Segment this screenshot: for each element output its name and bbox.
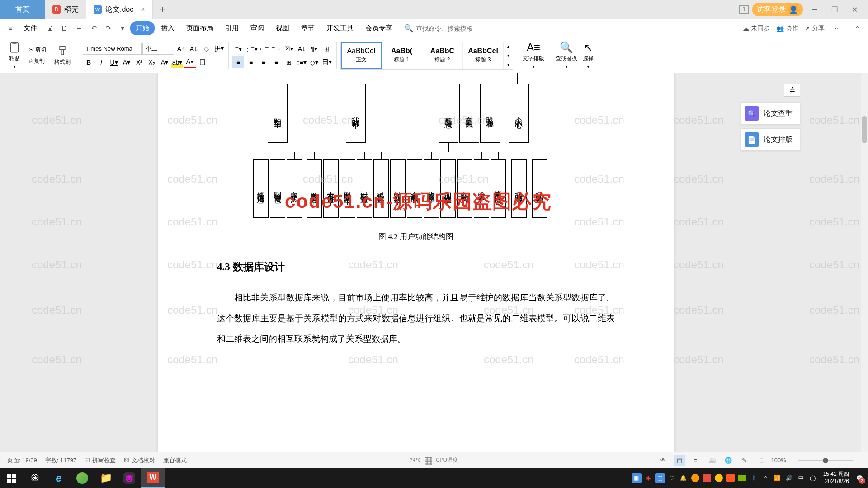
- vertical-scrollbar[interactable]: [861, 73, 868, 468]
- scroll-thumb[interactable]: [862, 116, 867, 143]
- spell-check[interactable]: ☑拼写检查: [85, 456, 116, 465]
- tray-arrow-up[interactable]: ^: [761, 473, 771, 483]
- highlight-button[interactable]: ab▾: [171, 56, 183, 68]
- select-button[interactable]: ↖选择▾: [581, 39, 595, 71]
- format-painter-button[interactable]: 格式刷: [52, 43, 72, 68]
- clear-format-button[interactable]: ◇: [200, 43, 212, 55]
- task-wps[interactable]: W: [141, 468, 165, 488]
- align-center-button[interactable]: ≡: [245, 56, 257, 68]
- char-border-button[interactable]: 囗: [197, 56, 208, 68]
- paper-layout-button[interactable]: 📄 论文排版: [741, 128, 800, 151]
- login-button[interactable]: 访客登录 👤: [752, 3, 803, 16]
- numbering-button[interactable]: ⋮≡▾: [245, 43, 257, 55]
- tray-icon[interactable]: 🛡: [667, 473, 677, 483]
- panel-toggle[interactable]: ≙: [784, 84, 800, 97]
- save-icon[interactable]: 🗎: [43, 22, 57, 35]
- command-search[interactable]: 🔍: [404, 24, 495, 33]
- paper-check-button[interactable]: 🔍 论文查重: [741, 102, 800, 125]
- tab-devtools[interactable]: 开发工具: [321, 21, 359, 35]
- tab-docer[interactable]: D 稻壳: [45, 0, 86, 19]
- tab-references[interactable]: 引用: [220, 21, 244, 35]
- sort-button[interactable]: A↓: [296, 43, 307, 55]
- collapse-icon[interactable]: ⌃: [851, 22, 864, 35]
- tab-chapter[interactable]: 章节: [296, 21, 320, 35]
- tray-notifications[interactable]: 🔔: [679, 473, 689, 483]
- distribute-button[interactable]: ⊞: [283, 56, 295, 68]
- grow-font-button[interactable]: A↑: [175, 43, 187, 55]
- tray-clock[interactable]: 15:41 周四 2021/8/26: [820, 471, 853, 485]
- tab-layout[interactable]: 页面布局: [181, 21, 219, 35]
- tray-cortana[interactable]: ◯: [808, 473, 818, 483]
- task-app1[interactable]: 😈: [118, 468, 141, 488]
- document-page[interactable]: code51.cn code51.cn code51.cn code51.cn …: [158, 73, 674, 468]
- decrease-indent-button[interactable]: ←≡: [258, 43, 269, 55]
- close-button[interactable]: ✕: [846, 5, 863, 14]
- dropdown-icon[interactable]: ▾: [116, 22, 129, 35]
- cut-button[interactable]: ✂剪切: [27, 45, 48, 55]
- font-color-button[interactable]: A▾: [184, 56, 196, 68]
- search-input[interactable]: [416, 25, 484, 32]
- tray-wifi-icon[interactable]: 📶: [773, 473, 783, 483]
- borders-button[interactable]: 田▾: [321, 56, 333, 68]
- underline-button[interactable]: U▾: [108, 56, 120, 68]
- tab-insert[interactable]: 插入: [156, 21, 180, 35]
- close-icon[interactable]: ×: [141, 5, 145, 14]
- style-expand[interactable]: ▴▾▾: [504, 42, 513, 69]
- text-effects-button[interactable]: A▾: [159, 56, 170, 68]
- italic-button[interactable]: I: [95, 56, 107, 68]
- tray-bluetooth-icon[interactable]: ᛒ: [749, 473, 759, 483]
- tab-start[interactable]: 开始: [130, 21, 155, 35]
- tray-icon[interactable]: [737, 473, 747, 483]
- tray-action-center[interactable]: 💬3: [854, 473, 864, 483]
- shading-button[interactable]: ◇▾: [308, 56, 320, 68]
- strikethrough-button[interactable]: A▾: [121, 56, 132, 68]
- justify-button[interactable]: ≡: [270, 56, 282, 68]
- subscript-button[interactable]: X₂: [146, 56, 158, 68]
- align-right-button[interactable]: ≡: [258, 56, 269, 68]
- zoom-slider[interactable]: [798, 460, 853, 461]
- font-size-select[interactable]: [142, 43, 174, 55]
- eye-icon[interactable]: 👁: [657, 455, 669, 466]
- collab-button[interactable]: 👥协作: [776, 24, 798, 33]
- task-360[interactable]: [71, 468, 94, 488]
- text-layout-button[interactable]: A≡文字排版▾: [521, 39, 546, 71]
- edit-icon[interactable]: ✎: [739, 455, 750, 466]
- undo-icon[interactable]: ↶: [87, 22, 100, 35]
- shrink-font-button[interactable]: A↓: [188, 43, 199, 55]
- style-heading3[interactable]: AaBbCcl标题 3: [463, 42, 504, 69]
- sync-button[interactable]: ☁未同步: [743, 24, 770, 33]
- tabs-button[interactable]: ⊞: [321, 43, 333, 55]
- tab-member[interactable]: 会员专享: [360, 21, 398, 35]
- share-button[interactable]: ↗分享: [805, 24, 825, 33]
- doc-proofing[interactable]: ☒文档校对: [124, 456, 155, 465]
- word-count[interactable]: 字数: 11797: [45, 456, 76, 465]
- style-heading2[interactable]: AaBbC标题 2: [422, 42, 463, 69]
- minimize-button[interactable]: ─: [807, 5, 823, 14]
- zoom-out-button[interactable]: −: [791, 457, 794, 464]
- phonetic-button[interactable]: 拼▾: [213, 43, 225, 55]
- tray-icon[interactable]: [726, 473, 736, 483]
- paste-button[interactable]: 粘贴▾: [6, 39, 23, 71]
- print-preview-icon[interactable]: 🗋: [58, 22, 71, 35]
- bullets-button[interactable]: ≡▾: [232, 43, 244, 55]
- tab-document[interactable]: W 论文.doc ×: [86, 0, 153, 19]
- bold-button[interactable]: B: [83, 56, 94, 68]
- more-icon[interactable]: ⋯: [831, 22, 844, 35]
- print-icon[interactable]: 🖨: [72, 22, 86, 35]
- zoom-in-button[interactable]: +: [857, 457, 861, 464]
- window-count-badge[interactable]: 1: [739, 5, 749, 14]
- font-name-select[interactable]: [83, 43, 142, 55]
- outline-view-icon[interactable]: ≡: [690, 455, 702, 466]
- increase-indent-button[interactable]: ≡→: [270, 43, 282, 55]
- tab-home[interactable]: 首页: [0, 0, 45, 19]
- style-heading1[interactable]: AaBb(标题 1: [382, 42, 422, 69]
- task-obs[interactable]: ֍: [24, 468, 47, 488]
- show-marks-button[interactable]: ¶▾: [308, 43, 320, 55]
- tray-icon[interactable]: ⬚: [655, 473, 665, 483]
- tray-icon[interactable]: ▣: [632, 473, 642, 483]
- page-view-icon[interactable]: ▤: [674, 455, 685, 466]
- web-view-icon[interactable]: 🌐: [722, 455, 734, 466]
- align-left-button[interactable]: ≡: [232, 56, 244, 68]
- style-normal[interactable]: AaBbCcI正文: [341, 42, 382, 69]
- page-indicator[interactable]: 页面: 19/39: [7, 456, 37, 465]
